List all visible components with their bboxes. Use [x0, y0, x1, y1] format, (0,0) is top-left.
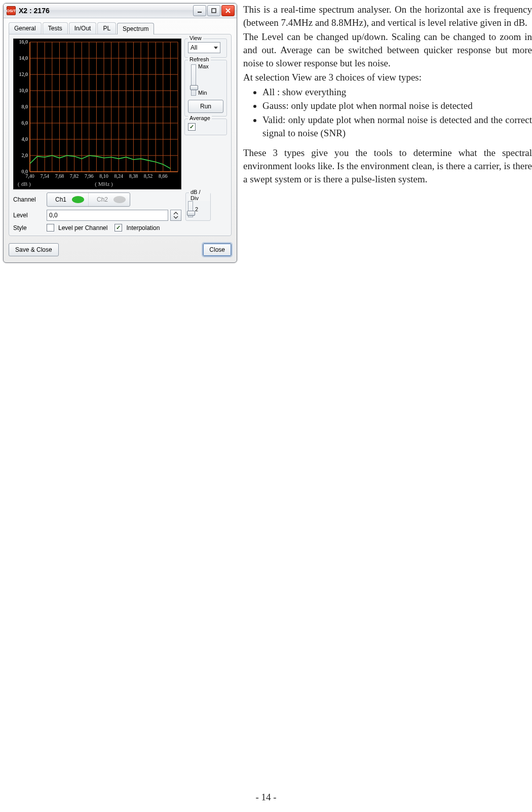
svg-text:4,0: 4,0	[22, 136, 28, 142]
tab-pl[interactable]: PL	[97, 22, 116, 34]
level-per-channel-label: Level per Channel	[58, 224, 107, 231]
minimize-button[interactable]	[193, 5, 206, 16]
article-p3: At selection View are 3 choices of view …	[243, 71, 532, 84]
close-button[interactable]: Close	[203, 243, 232, 256]
svg-text:16,0: 16,0	[19, 39, 28, 45]
tab-panel-spectrum: 0,02,04,06,08,010,012,014,016,07,407,547…	[9, 34, 232, 236]
save-close-button[interactable]: Save & Close	[9, 243, 59, 256]
interpolation-label: Interpolation	[126, 224, 160, 231]
average-checkbox[interactable]	[188, 123, 196, 131]
plot-shadow	[14, 169, 181, 189]
close-window-button[interactable]	[221, 5, 235, 16]
refresh-slider[interactable]	[191, 64, 196, 96]
level-stepper[interactable]	[170, 210, 181, 221]
refresh-min-label: Min	[198, 90, 209, 96]
svg-text:6,0: 6,0	[22, 120, 28, 126]
page-number: - 14 -	[0, 792, 532, 803]
app-icon: OS/T	[7, 6, 16, 15]
svg-rect-0	[198, 12, 202, 13]
maximize-button[interactable]	[207, 5, 220, 16]
view-select-value: All	[191, 44, 197, 51]
dbdiv-thumb[interactable]	[187, 211, 195, 216]
level-input[interactable]: 0,0	[47, 210, 168, 221]
svg-text:12,0: 12,0	[19, 71, 28, 77]
svg-text:8,0: 8,0	[22, 104, 28, 109]
ch1-active-icon	[72, 196, 84, 203]
article-p2: The Level can be changed up/down. Scalin…	[243, 30, 532, 69]
tab-tests[interactable]: Tests	[43, 22, 68, 34]
level-label: Level	[13, 212, 43, 219]
titlebar: OS/T X2 : 2176	[4, 4, 237, 18]
average-label: Average	[188, 115, 212, 121]
svg-text:14,0: 14,0	[19, 55, 28, 61]
channel-label: Channel	[13, 196, 43, 203]
view-select[interactable]: All	[188, 42, 220, 53]
tab-inout[interactable]: In/Out	[69, 22, 97, 34]
run-button[interactable]: Run	[188, 100, 223, 113]
article-p1: This is a real-time spectrum analyser. O…	[243, 3, 532, 29]
svg-text:10,0: 10,0	[19, 88, 28, 93]
channel-ch1[interactable]: Ch1	[47, 193, 88, 206]
article-body: This is a real-time spectrum analyser. O…	[243, 0, 532, 187]
tab-general[interactable]: General	[9, 22, 42, 34]
article-p4: These 3 types give you the tools to dete…	[243, 146, 532, 185]
dbdiv-value: 2	[195, 206, 198, 212]
channel-toggle[interactable]: Ch1 Ch2	[47, 192, 130, 207]
view-group: View All	[184, 38, 227, 58]
svg-text:2,0: 2,0	[22, 152, 28, 158]
svg-rect-1	[212, 9, 216, 13]
slider-thumb[interactable]	[190, 85, 198, 90]
level-per-channel-checkbox[interactable]	[47, 224, 54, 231]
dropdown-icon	[214, 47, 218, 49]
spectrum-plot: 0,02,04,06,08,010,012,014,016,07,407,547…	[13, 38, 181, 189]
average-group: Average	[184, 119, 227, 135]
interpolation-checkbox[interactable]	[115, 224, 122, 231]
article-li3: Valid: only update plot when normal nois…	[262, 113, 532, 139]
app-window: OS/T X2 : 2176 General Tests In/Out PL S…	[3, 3, 237, 263]
tab-strip: General Tests In/Out PL Spectrum	[9, 22, 232, 34]
article-li1: All : show everything	[262, 86, 532, 99]
channel-ch2[interactable]: Ch2	[88, 193, 130, 206]
style-label: Style	[13, 224, 43, 231]
window-title: X2 : 2176	[19, 7, 50, 15]
tab-spectrum[interactable]: Spectrum	[117, 23, 154, 34]
dbdiv-group: dB / Div 2	[185, 192, 211, 221]
view-label: View	[188, 35, 203, 41]
refresh-group: Refresh Max Min Run	[184, 60, 227, 117]
ch2-inactive-icon	[113, 196, 126, 203]
refresh-max-label: Max	[198, 63, 209, 69]
refresh-label: Refresh	[188, 56, 211, 62]
dbdiv-label: dB / Div	[189, 189, 210, 201]
dbdiv-slider[interactable]	[188, 201, 193, 217]
article-li2: Gauss: only update plot when normal nois…	[262, 99, 532, 112]
